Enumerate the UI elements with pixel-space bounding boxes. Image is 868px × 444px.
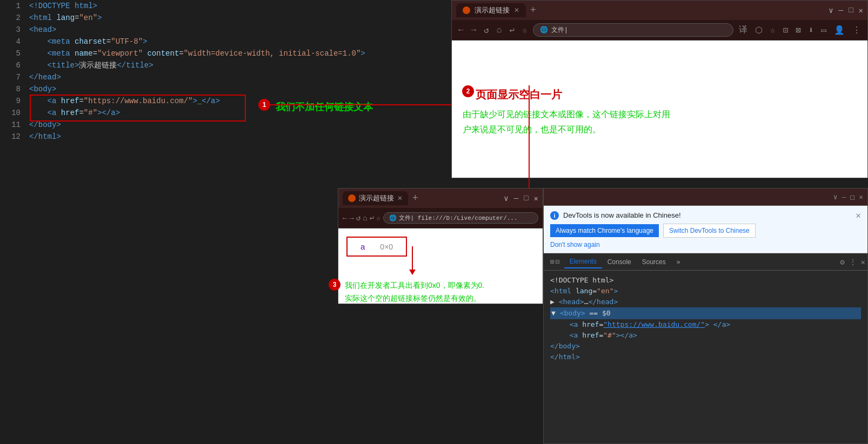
code-line-6: 6 <title>演示超链接</title>	[0, 59, 443, 71]
annotation-2-circle: 2	[462, 85, 474, 97]
code-line-7: 7 </head>	[0, 71, 443, 83]
translate-icon[interactable]: 译	[737, 23, 750, 37]
reload-button[interactable]: ↺	[482, 24, 491, 37]
switch-to-chinese-button[interactable]: Switch DevTools to Chinese	[663, 224, 756, 238]
devtools-undock-icon[interactable]: ⊟	[556, 258, 560, 266]
home-button[interactable]: ⌂	[495, 24, 504, 36]
line-number: 3	[4, 24, 21, 36]
bottom-tab-close[interactable]: ✕	[397, 194, 403, 202]
always-match-button[interactable]: Always match Chrome's language	[550, 224, 659, 237]
line-number: 12	[4, 131, 21, 143]
dom-line-a2: <a href="#"></a>	[550, 330, 861, 341]
devtools-tabs: ⊞ ⊟ Elements Console Sources » ⚙ ⋮ ✕	[544, 253, 867, 271]
code-text: <meta charset="UTF-8">	[29, 36, 439, 48]
line-number: 6	[4, 59, 21, 71]
dont-show-again-link[interactable]: Don't show again	[550, 241, 600, 248]
bottom-minimize[interactable]: ∨	[504, 194, 508, 203]
bottom-new-tab[interactable]: +	[412, 193, 418, 204]
code-line-3: 3 <head>	[0, 24, 443, 36]
profile-icon[interactable]: 👤	[832, 24, 847, 37]
browser-bottom-toolbar: ← → ↺ ⌂ ↩ ☆ 🌐 文件| file:///D:/Live/comput…	[338, 208, 543, 228]
back-button[interactable]: ←	[456, 24, 466, 36]
annotation-3-text: 我们在开发者工具出看到0x0，即像素为0. 实际这个空的超链接标签仍然是有效的。	[345, 279, 484, 305]
devtools-window-controls: ∨ — □ ✕	[833, 193, 863, 201]
notification-close-icon[interactable]: ✕	[856, 210, 861, 220]
code-editor: 1 <!DOCTYPE html> 2 <html lang="en"> 3 <…	[0, 0, 443, 184]
dom-line-html-close: </html>	[550, 352, 861, 362]
code-text: <head>	[29, 24, 439, 36]
bottom-active-tab[interactable]: 演示超链接 ✕	[343, 191, 408, 205]
annotation-2-container: 2	[462, 85, 474, 97]
active-tab[interactable]: 演示超链接 ✕	[456, 3, 526, 17]
window-controls: ∨ — □ ✕	[829, 6, 863, 15]
bottom-url-text: 文件| file:///D:/Live/computer/...	[399, 214, 518, 222]
annotation-2-desc: 由于缺少可见的链接文本或图像，这个链接实际上对用户来说是不可见的，也是不可用的。	[463, 107, 670, 137]
code-text: <!DOCTYPE html>	[29, 0, 439, 12]
close-button[interactable]: ✕	[859, 6, 863, 15]
code-text: <html lang="en">	[29, 12, 439, 24]
minimize-button[interactable]: ∨	[829, 6, 833, 15]
maximize-button[interactable]: □	[849, 6, 853, 15]
element-size: 0×0	[380, 243, 393, 251]
dom-line-doctype: <!DOCTYPE html>	[550, 275, 861, 286]
devtools-close-icon[interactable]: ✕	[861, 258, 865, 266]
download-icon[interactable]: ⬇	[806, 24, 816, 37]
new-tab-button[interactable]: +	[530, 5, 536, 16]
tab-bar: 演示超链接 ✕ +	[456, 3, 536, 17]
restore-button[interactable]: —	[839, 6, 843, 15]
sidebar-icon[interactable]: ▭	[819, 24, 829, 37]
bottom-forward[interactable]: →	[349, 214, 353, 223]
bottom-tab-bar: 演示超链接 ✕ +	[343, 191, 418, 205]
url-bar[interactable]: 🌐 文件|	[533, 23, 733, 37]
element-label: a	[360, 242, 365, 251]
dom-line-head: ▶ <head>…</head>	[550, 297, 861, 307]
devtools-dock-icon[interactable]: ⊞	[550, 258, 555, 266]
line-number: 8	[4, 83, 21, 95]
tab-more[interactable]: »	[671, 256, 686, 268]
tab-close-icon[interactable]: ✕	[514, 6, 519, 14]
devtools-icons-right: ⚙ ⋮ ✕	[840, 258, 865, 266]
devtools-maximize[interactable]: □	[850, 193, 854, 201]
code-text: <meta name="viewport" content="width=dev…	[29, 48, 439, 59]
bottom-hist[interactable]: ↩	[370, 213, 374, 223]
element-box: a 0×0	[346, 237, 407, 257]
devtools-restore[interactable]: —	[842, 193, 846, 201]
menu-icon[interactable]: ⋮	[850, 24, 863, 37]
dom-line-body: ▼ <body> == $0	[550, 307, 861, 319]
devtools-minimize[interactable]: ∨	[833, 193, 838, 201]
browser-bottom-titlebar: 演示超链接 ✕ + ∨ — □ ✕	[338, 189, 543, 208]
code-text: </head>	[29, 71, 439, 83]
tab-sources[interactable]: Sources	[637, 256, 671, 268]
annotation-3-line2: 实际这个空的超链接标签仍然是有效的。	[345, 294, 481, 302]
bookmark-star[interactable]: ☆	[520, 24, 530, 37]
bottom-close[interactable]: ✕	[534, 194, 538, 203]
line-number: 1	[4, 0, 21, 12]
tab-console[interactable]: Console	[602, 256, 637, 268]
bottom-url-bar[interactable]: 🌐 文件| file:///D:/Live/computer/...	[383, 212, 538, 224]
bookmark-icon[interactable]: ☆	[768, 24, 778, 37]
tab-favicon	[463, 6, 470, 14]
tab-elements[interactable]: Elements	[564, 255, 602, 268]
pip-icon[interactable]: ⊡	[780, 24, 790, 37]
devtools-more-icon[interactable]: ⋮	[849, 258, 857, 266]
bottom-restore[interactable]: —	[514, 194, 518, 203]
code-line-4: 4 <meta charset="UTF-8">	[0, 36, 443, 48]
annotation-1-text: 我们不加任何链接文本	[276, 100, 373, 113]
screenshot-icon[interactable]: ⬡	[753, 24, 765, 37]
cutout-icon[interactable]: ⊠	[793, 24, 803, 37]
bottom-star[interactable]: ☆	[376, 213, 380, 223]
bottom-reload[interactable]: ↺	[356, 213, 360, 223]
line-number: 10	[4, 107, 21, 119]
devtools-close[interactable]: ✕	[859, 193, 863, 201]
bottom-maximize[interactable]: □	[524, 194, 528, 203]
annotation-1-circle: 1	[258, 99, 270, 111]
devtools-side-icons: ⊞ ⊟	[546, 258, 564, 266]
history-back-button[interactable]: ↩	[507, 24, 517, 37]
code-line-11: 11 </body>	[0, 119, 443, 131]
bottom-back[interactable]: ←	[343, 214, 347, 223]
devtools-settings-icon[interactable]: ⚙	[840, 258, 844, 266]
browser-toolbar: ← → ↺ ⌂ ↩ ☆ 🌐 文件| 译 ⬡ ☆ ⊡ ⊠ ⬇ ▭ 👤 ⋮	[452, 20, 867, 41]
tab-title: 演示超链接	[475, 5, 510, 15]
forward-button[interactable]: →	[469, 24, 479, 36]
bottom-home[interactable]: ⌂	[363, 214, 367, 223]
